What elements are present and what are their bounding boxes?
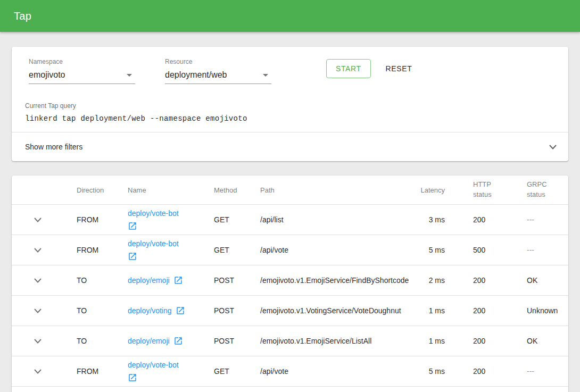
row-expand-button[interactable] bbox=[31, 244, 44, 256]
name-cell: deploy/vote-bot bbox=[128, 239, 214, 261]
tap-table-body: FROM deploy/vote-bot GET /api/list 3 ms … bbox=[12, 205, 568, 387]
chevron-down-icon bbox=[549, 142, 557, 152]
tap-filter-card: Namespace emojivoto Resource deployment/… bbox=[12, 47, 568, 161]
name-cell: deploy/vote-bot bbox=[128, 208, 214, 231]
row-expand-button[interactable] bbox=[31, 213, 44, 226]
path-cell: /emojivoto.v1.EmojiService/FindByShortco… bbox=[260, 276, 405, 285]
dropdown-arrow-icon bbox=[263, 74, 268, 77]
open-in-new-icon bbox=[128, 373, 137, 382]
query-label: Current Tap query bbox=[25, 102, 556, 110]
show-more-filters-label: Show more filters bbox=[25, 143, 82, 151]
tap-results-card: Direction Name Method Path Latency HTTP … bbox=[12, 176, 568, 392]
name-cell-link[interactable]: deploy/emoji bbox=[128, 336, 183, 346]
grpc-status-cell: --- bbox=[515, 215, 568, 224]
method-cell: GET bbox=[214, 215, 260, 224]
http-status-cell: 200 bbox=[445, 337, 515, 345]
table-row: FROM deploy/vote-bot GET /api/list 3 ms … bbox=[12, 205, 568, 235]
table-row: FROM deploy/vote-bot GET /api/vote 5 ms … bbox=[12, 235, 568, 265]
http-status-cell: 200 bbox=[445, 306, 515, 315]
name-cell: deploy/emoji bbox=[128, 336, 214, 346]
row-expand-button[interactable] bbox=[31, 335, 44, 347]
path-cell: /emojivoto.v1.EmojiService/ListAll bbox=[260, 337, 405, 345]
open-in-new-icon bbox=[128, 252, 137, 261]
chevron-down-icon bbox=[34, 218, 42, 222]
resource-select[interactable]: deployment/web bbox=[165, 70, 271, 84]
expand-cell bbox=[12, 365, 77, 378]
header-method: Method bbox=[214, 186, 260, 194]
namespace-select-value: emojivoto bbox=[29, 70, 65, 80]
latency-cell: 1 ms bbox=[405, 337, 445, 345]
direction-cell: TO bbox=[77, 337, 128, 345]
reset-button[interactable]: RESET bbox=[384, 60, 415, 78]
path-cell: /api/vote bbox=[260, 367, 405, 376]
chevron-down-icon bbox=[34, 308, 42, 313]
header-name: Name bbox=[128, 186, 214, 194]
path-cell: /emojivoto.v1.VotingService/VoteDoughnut bbox=[260, 306, 405, 315]
header-direction: Direction bbox=[77, 186, 128, 194]
direction-cell: FROM bbox=[77, 215, 128, 224]
grpc-status-cell: OK bbox=[515, 337, 568, 345]
path-cell: /api/vote bbox=[260, 246, 405, 254]
query-value: linkerd tap deployment/web --namespace e… bbox=[25, 114, 556, 123]
latency-cell: 5 ms bbox=[405, 367, 445, 376]
name-cell-link[interactable]: deploy/voting bbox=[128, 306, 185, 315]
namespace-select[interactable]: emojivoto bbox=[29, 70, 135, 84]
path-cell: /api/list bbox=[260, 215, 405, 224]
direction-cell: TO bbox=[77, 276, 128, 285]
open-in-new-icon bbox=[176, 306, 185, 315]
page-title: Tap bbox=[14, 10, 31, 22]
method-cell: POST bbox=[214, 276, 260, 285]
method-cell: GET bbox=[214, 246, 260, 254]
chevron-down-icon bbox=[34, 248, 42, 253]
name-cell-link[interactable]: deploy/vote-bot bbox=[128, 208, 179, 231]
http-status-cell: 200 bbox=[445, 367, 515, 376]
chevron-down-icon bbox=[34, 369, 42, 374]
expand-cell bbox=[12, 274, 77, 287]
expand-cell bbox=[12, 244, 77, 256]
name-cell: deploy/vote-bot bbox=[128, 360, 214, 382]
resource-field: Resource deployment/web bbox=[165, 58, 271, 84]
show-more-filters-toggle[interactable]: Show more filters bbox=[12, 132, 568, 161]
header-grpc-status: GRPC status bbox=[515, 180, 568, 200]
chevron-down-icon bbox=[34, 278, 42, 283]
table-row: FROM deploy/vote-bot GET /api/vote 5 ms … bbox=[12, 356, 568, 387]
direction-cell: FROM bbox=[77, 246, 128, 254]
method-cell: POST bbox=[214, 306, 260, 315]
header-http-status: HTTP status bbox=[445, 180, 515, 200]
open-in-new-icon bbox=[173, 336, 183, 346]
header-latency: Latency bbox=[405, 186, 445, 194]
grpc-status-cell: OK bbox=[515, 276, 568, 285]
filter-form-row: Namespace emojivoto Resource deployment/… bbox=[12, 47, 568, 84]
table-row: TO deploy/emoji POST /emojivoto.v1.Emoji… bbox=[12, 265, 568, 296]
row-expand-button[interactable] bbox=[31, 365, 44, 378]
row-expand-button[interactable] bbox=[31, 304, 44, 317]
namespace-field: Namespace emojivoto bbox=[29, 58, 135, 84]
name-cell-link[interactable]: deploy/emoji bbox=[128, 276, 183, 285]
latency-cell: 2 ms bbox=[405, 276, 445, 285]
method-cell: POST bbox=[214, 337, 260, 345]
name-cell-link[interactable]: deploy/vote-bot bbox=[128, 239, 179, 261]
grpc-status-cell: --- bbox=[515, 246, 568, 254]
appbar: Tap bbox=[0, 0, 580, 32]
table-row: TO deploy/emoji POST /emojivoto.v1.Emoji… bbox=[12, 326, 568, 356]
name-cell: deploy/voting bbox=[128, 306, 214, 315]
namespace-label: Namespace bbox=[29, 58, 135, 65]
expand-cell bbox=[12, 335, 77, 347]
current-tap-query: Current Tap query linkerd tap deployment… bbox=[12, 102, 568, 123]
method-cell: GET bbox=[214, 367, 260, 376]
latency-cell: 3 ms bbox=[405, 215, 445, 224]
row-expand-button[interactable] bbox=[31, 274, 44, 287]
expand-cell bbox=[12, 304, 77, 317]
name-cell-link[interactable]: deploy/vote-bot bbox=[128, 360, 179, 382]
expand-cell bbox=[12, 213, 77, 226]
start-button[interactable]: START bbox=[326, 59, 371, 78]
name-cell: deploy/emoji bbox=[128, 276, 214, 285]
http-status-cell: 200 bbox=[445, 276, 515, 285]
resource-select-value: deployment/web bbox=[165, 70, 227, 80]
resource-label: Resource bbox=[165, 58, 271, 65]
grpc-status-cell: Unknown bbox=[515, 306, 568, 315]
http-status-cell: 500 bbox=[445, 246, 515, 254]
latency-cell: 1 ms bbox=[405, 306, 445, 315]
table-row: TO deploy/voting POST /emojivoto.v1.Voti… bbox=[12, 296, 568, 326]
open-in-new-icon bbox=[128, 221, 137, 231]
